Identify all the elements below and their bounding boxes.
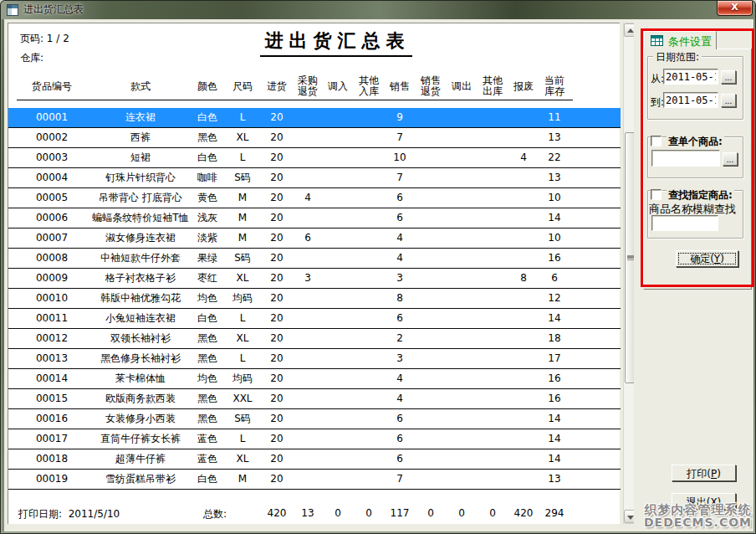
- cell: [323, 409, 353, 429]
- table-row[interactable]: 00013黑色修身长袖衬衫黑色L20317: [8, 349, 621, 369]
- cell: 20: [262, 228, 292, 248]
- cell: 17: [538, 349, 571, 368]
- table-row[interactable]: 00011小兔短袖连衣裙白色L20614: [8, 309, 621, 329]
- date-to-input[interactable]: [663, 92, 718, 108]
- cell: 00008: [18, 249, 85, 268]
- cell: S码: [226, 168, 259, 187]
- header-underline: [445, 100, 478, 100]
- cell: 钉珠片针织背心: [78, 168, 203, 187]
- cell: [354, 208, 384, 228]
- cell: 9: [385, 108, 415, 127]
- cell: 10: [538, 188, 571, 208]
- cell: [508, 108, 539, 127]
- exit-button[interactable]: 退出(X): [672, 493, 736, 510]
- cell: L: [226, 349, 259, 368]
- cell: [508, 208, 539, 228]
- cell: [354, 148, 384, 167]
- print-button[interactable]: 打印(P): [672, 465, 736, 481]
- cell: 白色: [189, 309, 226, 328]
- table-row[interactable]: 00009格子衬衣格子衫枣红XL203386: [8, 269, 621, 289]
- table-row[interactable]: 00002西裤黑色XL20713: [8, 128, 621, 148]
- total-cell: 0: [416, 507, 446, 519]
- header-underline: [476, 100, 509, 100]
- cell: [416, 188, 446, 208]
- cell: [447, 249, 477, 268]
- table-row[interactable]: 00001连衣裙白色L20911: [8, 108, 621, 128]
- cell: 20: [262, 188, 292, 208]
- cell: [447, 289, 477, 308]
- cell: 雪纺蛋糕吊带衫: [78, 470, 203, 489]
- cell: [293, 289, 323, 308]
- cell: 00018: [18, 449, 85, 469]
- cell: S码: [226, 249, 259, 268]
- cell: [478, 148, 508, 167]
- fuzzy-search-input[interactable]: [651, 215, 718, 231]
- cell: [478, 269, 508, 288]
- cell: [447, 168, 477, 187]
- cell: [323, 449, 353, 469]
- cell: 20: [262, 329, 292, 348]
- single-item-checkbox[interactable]: [651, 136, 662, 146]
- cell: [478, 369, 508, 388]
- tab-condition-settings[interactable]: 条件设置: [644, 31, 717, 49]
- total-cell: 0: [323, 507, 353, 519]
- cell: [293, 309, 323, 328]
- title-bar[interactable]: 进出货汇总表 X: [1, 1, 756, 19]
- cell: [416, 369, 446, 388]
- cell: 均码: [226, 289, 259, 308]
- fuzzy-search-checkbox[interactable]: [651, 189, 662, 200]
- table-row[interactable]: 00003短裙白色L2010422: [8, 148, 621, 168]
- cell: [293, 409, 323, 429]
- close-button[interactable]: X: [717, 1, 753, 16]
- table-row[interactable]: 00006蝙蝠条纹特价短袖T恤浅灰M20614: [8, 208, 621, 228]
- triangle-down-icon: [627, 516, 634, 520]
- cell: 13: [538, 470, 571, 489]
- cell: XL: [226, 269, 259, 288]
- cell: [323, 429, 353, 449]
- table-row[interactable]: 00007淑女修身连衣裙淡紫M206410: [8, 228, 621, 249]
- cell: 00001: [18, 108, 85, 127]
- table-row[interactable]: 00014莱卡棉体恤均色均码20416: [8, 369, 621, 389]
- date-to-browse-button[interactable]: ...: [721, 94, 736, 107]
- cell: 4: [385, 389, 415, 408]
- table-row[interactable]: 00005吊带背心 打底背心黄色M204610: [8, 188, 621, 208]
- table-row[interactable]: 00019雪纺蛋糕吊带衫白色M20713: [8, 470, 621, 490]
- cell: [478, 389, 508, 408]
- cell: 20: [262, 289, 292, 308]
- cell: [508, 228, 539, 248]
- table-row[interactable]: 00016女装修身小西装黑色S码20614: [8, 409, 621, 429]
- cell: 00012: [18, 329, 85, 348]
- header-underline: [76, 100, 205, 100]
- cell: 16: [538, 389, 571, 408]
- cell: 14: [538, 449, 571, 469]
- table-row[interactable]: 00012双领长袖衬衫黑色XL20218: [8, 329, 621, 349]
- date-range-label: 日期范围:: [653, 50, 702, 64]
- table-row[interactable]: 00017直筒牛仔裤女长裤蓝色L20614: [8, 429, 621, 449]
- cell: 小兔短袖连衣裙: [78, 309, 203, 328]
- single-item-input[interactable]: [651, 150, 720, 167]
- table-row[interactable]: 00010韩版中袖优雅勾花均色均码20812: [8, 289, 621, 309]
- single-item-browse-button[interactable]: ...: [723, 152, 738, 166]
- cell: 2: [385, 329, 415, 348]
- table-row[interactable]: 00004钉珠片针织背心咖啡S码20713: [8, 168, 621, 188]
- date-from-input[interactable]: [663, 69, 718, 85]
- cell: 00011: [18, 309, 85, 328]
- cell: 16: [538, 369, 571, 388]
- table-row[interactable]: 00008中袖短款牛仔外套果绿S码20416: [8, 249, 621, 269]
- cell: [323, 228, 353, 248]
- cell: 13: [538, 168, 571, 187]
- cell: [478, 208, 508, 228]
- cell: 6: [385, 429, 415, 449]
- cell: M: [226, 188, 259, 208]
- cell: 淡紫: [189, 228, 226, 248]
- cell: [447, 349, 477, 368]
- cell: 14: [538, 429, 571, 449]
- date-from-browse-button[interactable]: ...: [721, 70, 736, 84]
- cell: [416, 449, 446, 469]
- cell: 10: [385, 148, 415, 167]
- total-cell: 117: [385, 507, 415, 519]
- table-row[interactable]: 00018超薄牛仔裤蓝色XL20614: [8, 449, 621, 470]
- table-row[interactable]: 00015欧版商务款西装黑色XXL20416: [8, 389, 621, 409]
- header-underline: [224, 100, 261, 100]
- ok-button[interactable]: 确定(Y): [676, 250, 738, 267]
